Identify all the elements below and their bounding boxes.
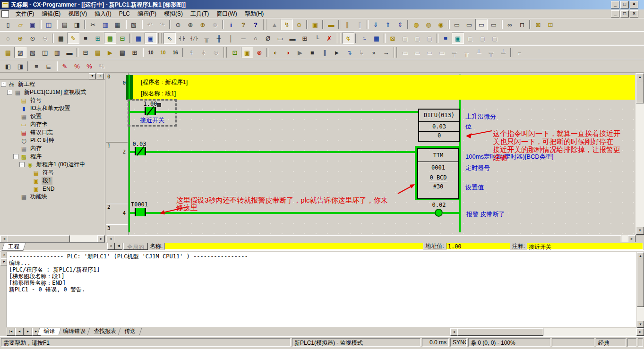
next-tab-arrow-icon[interactable]: ►: [24, 328, 32, 336]
force-off-button[interactable]: ╥: [460, 47, 472, 58]
sim-continuous-button[interactable]: »: [368, 47, 380, 58]
scroll-left-arrow-icon[interactable]: ◄: [0, 235, 8, 243]
diff-monitor-button[interactable]: ▭: [399, 47, 411, 58]
menu-plc[interactable]: PLC: [115, 10, 134, 17]
properties-window-button[interactable]: ▬: [63, 47, 76, 58]
usage-percent3-button[interactable]: %: [95, 60, 108, 72]
memory-window-button[interactable]: ▥: [51, 47, 63, 58]
mdi-close-button[interactable]: ×: [630, 10, 638, 17]
menu-edit[interactable]: 编辑(E): [38, 9, 64, 18]
find-replace-all-button[interactable]: ⊕: [197, 19, 209, 30]
minimize-button[interactable]: _: [611, 1, 619, 9]
upload-program-button[interactable]: ⇑: [382, 19, 394, 30]
tree-expand-toggle[interactable]: -: [19, 162, 25, 167]
zoom-out-button[interactable]: ⊖: [39, 33, 51, 44]
new-instruction-button[interactable]: ▭: [274, 33, 286, 44]
tree-item-section1[interactable]: ▣ 段1: [0, 177, 105, 185]
tree-item-settings[interactable]: ▦ 设置: [0, 112, 105, 120]
cancel-edit-button[interactable]: ▭: [436, 47, 448, 58]
online-edit-rungs-button[interactable]: ▭: [411, 47, 423, 58]
zoom-tool-button[interactable]: ◌: [2, 33, 14, 44]
menu-insert[interactable]: 插入(I): [91, 9, 115, 18]
monitor-mode-button[interactable]: ▣: [241, 47, 253, 58]
symbol-bar-button[interactable]: ⊟: [116, 33, 129, 44]
pause-monitor-button[interactable]: ∥: [341, 19, 353, 30]
info-button[interactable]: i: [225, 19, 237, 30]
decrease-indent-button[interactable]: ◧: [2, 60, 14, 72]
usage-percent-button[interactable]: %: [71, 60, 83, 72]
cross-reference-button[interactable]: ▣: [145, 33, 157, 44]
tree-item-error-log[interactable]: ▤ 错误日志: [0, 128, 105, 136]
compare-program-button[interactable]: ⇕: [394, 19, 406, 30]
tree-item-memory[interactable]: ▦ 内存: [0, 145, 105, 153]
zoom-in-button[interactable]: ⊕: [14, 33, 26, 44]
set-password-button[interactable]: ⊠: [532, 19, 544, 30]
jump-next-button[interactable]: ↡: [197, 47, 210, 58]
new-horizontal-button[interactable]: ─: [237, 33, 249, 44]
stop-monitor-button[interactable]: ⊗: [253, 47, 266, 58]
display-hex-button[interactable]: 16: [169, 47, 181, 58]
new-contact-button[interactable]: ┤├: [176, 33, 188, 44]
new-or-contact-nc-button[interactable]: ╫: [213, 33, 225, 44]
print-setup-button[interactable]: ◫: [43, 19, 55, 30]
paste-special-button[interactable]: ▧: [128, 19, 140, 30]
global-button[interactable]: 全局的: [123, 243, 148, 250]
grid-toggle-button[interactable]: ▦: [55, 33, 67, 44]
watch-window-button[interactable]: ∞: [504, 19, 516, 30]
output-window-button[interactable]: ▨: [14, 47, 26, 58]
pause-condition-button[interactable]: ◐: [269, 47, 282, 58]
new-vertical-button[interactable]: │: [225, 33, 237, 44]
reset-bit-button[interactable]: ╧: [497, 47, 509, 58]
monitor-test-button[interactable]: ⊙: [293, 19, 305, 30]
comment-input[interactable]: 接近开关: [527, 243, 643, 250]
tree-item-new-program1[interactable]: - ◉ 新程序1 (00)运行中: [0, 161, 105, 169]
tree-expand-toggle[interactable]: -: [13, 154, 18, 159]
redo-button[interactable]: ↷: [156, 19, 168, 30]
menu-help[interactable]: 帮助(H): [241, 9, 268, 18]
new-instruction-nc-button[interactable]: ▬: [286, 33, 299, 44]
tab-project[interactable]: 工程: [1, 243, 26, 251]
scroll-right-arrow-icon[interactable]: ►: [628, 235, 635, 243]
jump-prev-button[interactable]: ↟: [185, 47, 197, 58]
time-chart-button[interactable]: ⊓: [516, 19, 528, 30]
tree-expand-toggle[interactable]: -: [1, 82, 6, 87]
tree-item-plc[interactable]: - ▦ 新PLC1[CJ1M] 监视模式: [0, 88, 105, 96]
sim-stop-button[interactable]: ■: [306, 47, 318, 58]
ladder-view-button[interactable]: ▭: [451, 19, 463, 30]
new-or-contact-button[interactable]: ╥: [200, 33, 213, 44]
tree-item-program[interactable]: - ▩ 程序: [0, 153, 105, 161]
symbol-bar-close-button[interactable]: ×: [107, 243, 115, 250]
tree-item-io-table[interactable]: ▮ IO表和单元设置: [0, 104, 105, 112]
open-file-button[interactable]: ▱: [14, 19, 26, 30]
restore-button[interactable]: □: [620, 1, 629, 9]
retrieve-button[interactable]: ⊜: [209, 19, 221, 30]
sim-pause-button[interactable]: ∥: [318, 47, 331, 58]
paste-button[interactable]: ▦: [112, 19, 124, 30]
tree-item-program-symbols[interactable]: ▤ 符号: [0, 169, 105, 177]
split-window-button[interactable]: ⊟: [79, 47, 92, 58]
show-rung-annotation-button[interactable]: ⊑: [43, 60, 55, 72]
address-input[interactable]: 1.00: [446, 243, 510, 250]
mdi-restore-button[interactable]: □: [620, 10, 629, 17]
pause-button[interactable]: ∥: [353, 19, 366, 30]
display-signed-decimal-button[interactable]: 10: [157, 47, 169, 58]
shortcut-2-button[interactable]: ▢: [411, 33, 423, 44]
copy-button[interactable]: ▥: [99, 19, 112, 30]
tree-expand-toggle[interactable]: -: [7, 90, 12, 95]
online-edit-compare-button[interactable]: ≈: [358, 33, 370, 44]
name-input[interactable]: [164, 243, 423, 250]
panel-dropdown-button[interactable]: ▾: [89, 73, 96, 79]
menu-view[interactable]: 视图(V): [64, 9, 91, 18]
work-online-simulator-button[interactable]: ↯: [281, 19, 293, 30]
menu-window[interactable]: 窗口(W): [213, 9, 240, 18]
prev-tab-arrow-icon[interactable]: ◄: [15, 328, 24, 336]
align-comments-button[interactable]: ≡: [30, 60, 43, 72]
context-help-button[interactable]: ?: [249, 19, 262, 30]
window-2-button[interactable]: ▢: [476, 33, 489, 44]
symbol-bar-dock-button[interactable]: ◄: [115, 243, 122, 250]
watch-sheet-button[interactable]: ▧: [26, 47, 39, 58]
menu-tools[interactable]: 工具(T): [187, 9, 213, 18]
io-multi-monitor-button[interactable]: ▣: [452, 33, 464, 44]
new-fb-call-button[interactable]: ⊞: [299, 33, 311, 44]
help-topics-button[interactable]: ?: [237, 19, 249, 30]
